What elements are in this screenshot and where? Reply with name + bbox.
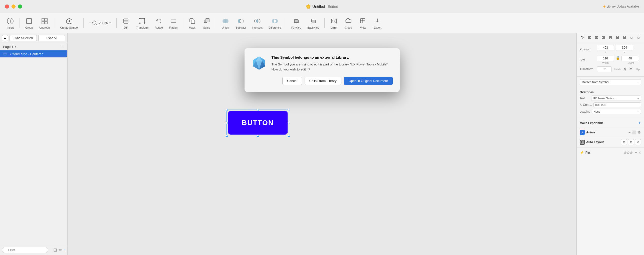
toolbar-export[interactable]: Export: [371, 16, 384, 30]
group-label: Group: [25, 26, 33, 29]
make-exportable-section[interactable]: Make Exportable +: [577, 118, 644, 128]
unlink-from-library-button[interactable]: Unlink from Library: [305, 77, 341, 85]
transform-icon: [138, 17, 146, 25]
auto-layout-rows-icon[interactable]: ⊟: [628, 139, 634, 145]
overrides-cont-input[interactable]: [593, 102, 641, 107]
backward-label: Backward: [307, 26, 319, 29]
toolbar-backward[interactable]: Backward: [305, 16, 321, 30]
width-label: Width: [602, 62, 609, 64]
toolbar-rotate[interactable]: Rotate: [153, 16, 165, 30]
toolbar-scale[interactable]: Scale: [200, 16, 213, 30]
width-input[interactable]: [597, 56, 614, 61]
align-top-icon[interactable]: [607, 35, 613, 41]
minimize-button[interactable]: [12, 5, 16, 9]
x-input[interactable]: [597, 45, 614, 50]
auto-layout-icon: [580, 140, 585, 145]
zoom-minus[interactable]: −: [89, 20, 91, 26]
page-chevron-icon: ▼: [14, 45, 17, 48]
toolbar-mask[interactable]: Mask: [186, 16, 198, 30]
handle-middle-right[interactable]: [288, 122, 290, 124]
height-label: Height: [627, 62, 634, 64]
overrides-loading-dropdown[interactable]: None ⌄: [592, 109, 641, 114]
ungroup-label: Ungroup: [39, 26, 50, 29]
toolbar-union[interactable]: Union: [219, 16, 232, 30]
toolbar-create-symbol[interactable]: Create Symbol: [58, 16, 80, 30]
grid-view-icon[interactable]: ⊡: [53, 247, 57, 253]
button-symbol-element[interactable]: BUTTON: [228, 111, 288, 135]
anima-expand-icon[interactable]: ⬜: [632, 130, 636, 134]
add-export-button[interactable]: +: [638, 120, 641, 126]
pin-add-icon[interactable]: +: [635, 150, 637, 155]
handle-bottom-left[interactable]: [226, 135, 228, 137]
toolbar-group[interactable]: Group: [23, 16, 35, 30]
filter-input[interactable]: [2, 247, 48, 253]
overrides-text-dropdown[interactable]: UX Power Tools -... ⌄: [591, 96, 641, 101]
handle-top-middle[interactable]: [257, 109, 259, 111]
distribute-h-icon[interactable]: [628, 35, 634, 41]
flip-vertical-icon[interactable]: [628, 67, 633, 72]
document-title: Untitled: [312, 4, 325, 9]
detach-dropdown[interactable]: Detach from Symbol ⌄: [580, 79, 641, 85]
library-update-notification[interactable]: Library Update Available: [603, 5, 639, 8]
handle-middle-left[interactable]: [226, 122, 228, 124]
align-left-icon[interactable]: [586, 35, 592, 41]
handle-bottom-right[interactable]: [288, 135, 290, 137]
pin-remove-icon[interactable]: ×: [639, 150, 641, 155]
align-vcenter-icon[interactable]: [614, 35, 620, 41]
size-fields: Width 🔒 Height: [597, 56, 639, 64]
anima-minimize-icon[interactable]: −: [628, 130, 630, 134]
align-bottom-icon[interactable]: [621, 35, 627, 41]
anima-settings-icon[interactable]: ⚙: [638, 130, 641, 134]
toolbar-insert[interactable]: Insert: [4, 16, 17, 30]
lock-aspect-icon[interactable]: 🔒: [616, 56, 620, 61]
anima-controls: − ⬜ ⚙: [628, 130, 641, 134]
align-right-icon[interactable]: [600, 35, 606, 41]
anima-logo-icon: A: [580, 130, 585, 135]
close-button[interactable]: [5, 5, 9, 9]
svg-point-26: [144, 18, 145, 19]
toolbar-difference[interactable]: Difference: [267, 16, 283, 30]
toolbar-ungroup[interactable]: Ungroup: [37, 16, 52, 30]
sync-selected-button[interactable]: Sync Selected: [10, 35, 37, 41]
layer-item-button[interactable]: Button/Large - Centered: [0, 50, 67, 57]
toolbar-flatten[interactable]: Flatten: [167, 16, 180, 30]
toolbar-forward[interactable]: Forward: [289, 16, 303, 30]
rotate-input[interactable]: [597, 66, 612, 72]
svg-rect-62: [581, 36, 582, 37]
union-icon: [222, 17, 230, 25]
svg-point-97: [625, 152, 626, 153]
add-page-button[interactable]: ⊞: [62, 45, 64, 49]
position-row: Position X Y: [580, 45, 641, 54]
height-input[interactable]: [621, 56, 639, 61]
handle-bottom-middle[interactable]: [257, 135, 259, 137]
sync-all-button[interactable]: Sync All: [38, 35, 66, 41]
open-in-original-button[interactable]: Open in Original Document: [344, 77, 393, 85]
handle-top-left[interactable]: [226, 109, 228, 111]
distribute-v-icon[interactable]: [635, 35, 641, 41]
toolbar-mirror[interactable]: Mirror: [328, 16, 340, 30]
auto-layout-cols-icon[interactable]: ⊞: [621, 139, 627, 145]
inspector-style-icon[interactable]: [579, 35, 585, 41]
toolbar-cloud[interactable]: Cloud: [342, 16, 355, 30]
page-selector[interactable]: Page 1 ▼ ⊞: [0, 43, 67, 50]
align-center-icon[interactable]: [593, 35, 599, 41]
toolbar-transform[interactable]: Transform: [134, 16, 151, 30]
toolbar-view[interactable]: View: [357, 16, 369, 30]
y-input[interactable]: [616, 45, 633, 50]
toolbar-intersect[interactable]: Intersect: [250, 16, 265, 30]
svg-rect-65: [583, 38, 584, 39]
toolbar-edit[interactable]: Edit: [120, 16, 132, 30]
handle-top-right[interactable]: [288, 109, 290, 111]
canvas-area[interactable]: BUTTON: [68, 33, 576, 255]
auto-layout-add-icon[interactable]: ⊕: [635, 139, 641, 145]
edit-layers-icon[interactable]: ✏: [59, 247, 62, 253]
play-button[interactable]: ▶: [2, 35, 8, 41]
zoom-plus[interactable]: +: [109, 20, 111, 26]
toolbar-subtract[interactable]: Subtract: [234, 16, 248, 30]
maximize-button[interactable]: [18, 5, 22, 9]
cancel-button[interactable]: Cancel: [282, 77, 302, 85]
zoom-level: 200%: [99, 21, 108, 25]
zoom-control[interactable]: − 200% +: [87, 20, 113, 26]
flip-horizontal-icon[interactable]: [623, 67, 628, 72]
width-field: Width: [597, 56, 614, 64]
